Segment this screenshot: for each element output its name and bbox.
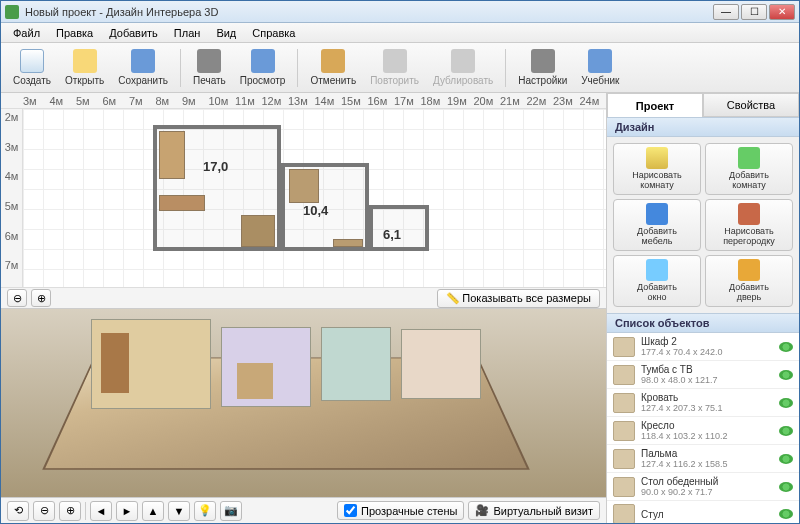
section-objects-header: Список объектов xyxy=(607,313,799,333)
object-thumbnail-icon xyxy=(613,365,635,385)
transparent-walls-toggle[interactable]: Прозрачные стены xyxy=(337,501,464,520)
object-name: Стул xyxy=(641,509,773,520)
tab-properties[interactable]: Свойства xyxy=(703,93,799,117)
toolbar: СоздатьОткрытьСохранитьПечатьПросмотрОтм… xyxy=(1,43,799,93)
maximize-button[interactable]: ☐ xyxy=(741,4,767,20)
object-list-row[interactable]: Пальма127.4 x 116.2 x 158.5 xyxy=(607,445,799,473)
visibility-eye-icon[interactable] xyxy=(779,342,793,352)
object-list-row[interactable]: Кресло118.4 x 103.2 x 110.2 xyxy=(607,417,799,445)
toolbar-label: Открыть xyxy=(65,75,104,86)
tab-project[interactable]: Проект xyxy=(607,93,703,117)
object-info: Стол обеденный90.0 x 90.2 x 71.7 xyxy=(641,476,773,497)
ic-preview-icon xyxy=(251,49,275,73)
object-info: Кровать127.4 x 207.3 x 75.1 xyxy=(641,392,773,413)
visibility-eye-icon[interactable] xyxy=(779,509,793,519)
ic-help-icon xyxy=(588,49,612,73)
minimize-button[interactable]: — xyxy=(713,4,739,20)
ruler-tick: 23м xyxy=(553,95,580,107)
visibility-eye-icon[interactable] xyxy=(779,482,793,492)
object-list-row[interactable]: Кровать127.4 x 207.3 x 75.1 xyxy=(607,389,799,417)
menu-item[interactable]: Вид xyxy=(208,25,244,41)
object-dimensions: 98.0 x 48.0 x 121.7 xyxy=(641,375,773,385)
toolbar-button[interactable]: Просмотр xyxy=(234,47,292,88)
visibility-eye-icon[interactable] xyxy=(779,370,793,380)
menu-item[interactable]: Справка xyxy=(244,25,303,41)
show-sizes-button[interactable]: 📏 Показывать все размеры xyxy=(437,289,600,308)
nav-left-button[interactable]: ◄ xyxy=(90,501,112,521)
ruler-tick: 18м xyxy=(421,95,448,107)
view-3d[interactable] xyxy=(1,309,606,497)
zoom-out-button[interactable]: ⊖ xyxy=(7,289,27,307)
ruler-tick: 7м xyxy=(1,257,22,287)
object-thumbnail-icon xyxy=(613,421,635,441)
design-button-label: Нарисоватьперегородку xyxy=(723,227,775,247)
object-info: Пальма127.4 x 116.2 x 158.5 xyxy=(641,448,773,469)
view3d-toolbar: ⟲ ⊖ ⊕ ◄ ► ▲ ▼ 💡 📷 Прозрачные стены 🎥 Вир… xyxy=(1,497,606,523)
object-name: Стол обеденный xyxy=(641,476,773,487)
toolbar-button[interactable]: Настройки xyxy=(512,47,573,88)
ic-addroom-icon xyxy=(738,147,760,169)
toolbar-button[interactable]: Сохранить xyxy=(112,47,174,88)
zoom-in-button[interactable]: ⊕ xyxy=(31,289,51,307)
toolbar-button[interactable]: Отменить xyxy=(304,47,362,88)
menu-item[interactable]: Правка xyxy=(48,25,101,41)
ruler-tick: 3м xyxy=(1,139,22,169)
ruler-tick: 11м xyxy=(235,95,262,107)
design-button-label: Добавитькомнату xyxy=(729,171,769,191)
ic-print-icon xyxy=(197,49,221,73)
visibility-eye-icon[interactable] xyxy=(779,398,793,408)
object-thumbnail-icon xyxy=(613,449,635,469)
view-angle-button[interactable]: ⟲ xyxy=(7,501,29,521)
visibility-eye-icon[interactable] xyxy=(779,426,793,436)
plan-2d[interactable]: 17,010,46,1 xyxy=(23,109,606,287)
design-action-button[interactable]: Добавитькомнату xyxy=(705,143,793,195)
object-list-row[interactable]: Стул xyxy=(607,501,799,523)
room-area-label: 6,1 xyxy=(383,227,401,242)
design-action-button[interactable]: Добавитьдверь xyxy=(705,255,793,307)
transparent-walls-checkbox[interactable] xyxy=(344,504,357,517)
object-list-row[interactable]: Стол обеденный90.0 x 90.2 x 71.7 xyxy=(607,473,799,501)
object-list-row[interactable]: Тумба с ТВ98.0 x 48.0 x 121.7 xyxy=(607,361,799,389)
design-action-button[interactable]: Добавитьокно xyxy=(613,255,701,307)
ruler-tick: 4м xyxy=(50,95,77,107)
app-window: Новый проект - Дизайн Интерьера 3D — ☐ ✕… xyxy=(0,0,800,524)
ic-undo-icon xyxy=(321,49,345,73)
app-icon xyxy=(5,5,19,19)
toolbar-button[interactable]: Открыть xyxy=(59,47,110,88)
camera-icon: 🎥 xyxy=(475,504,489,517)
toolbar-label: Создать xyxy=(13,75,51,86)
nav-right-button[interactable]: ► xyxy=(116,501,138,521)
content: 3м4м5м6м7м8м9м10м11м12м13м14м15м16м17м18… xyxy=(1,93,799,523)
menu-item[interactable]: Добавить xyxy=(101,25,166,41)
menu-item[interactable]: План xyxy=(166,25,209,41)
zoom-out-3d-button[interactable]: ⊖ xyxy=(33,501,55,521)
object-list-row[interactable]: Шкаф 2177.4 x 70.4 x 242.0 xyxy=(607,333,799,361)
toolbar-button[interactable]: Учебник xyxy=(575,47,625,88)
design-action-button[interactable]: Добавитьмебель xyxy=(613,199,701,251)
ruler-tick: 24м xyxy=(580,95,607,107)
visibility-eye-icon[interactable] xyxy=(779,454,793,464)
virtual-visit-button[interactable]: 🎥 Виртуальный визит xyxy=(468,501,600,520)
room-outline[interactable] xyxy=(153,125,281,251)
room-area-label: 17,0 xyxy=(203,159,228,174)
design-action-button[interactable]: Нарисоватьперегородку xyxy=(705,199,793,251)
toolbar-button[interactable]: Печать xyxy=(187,47,232,88)
toolbar-label: Отменить xyxy=(310,75,356,86)
menu-item[interactable]: Файл xyxy=(5,25,48,41)
object-thumbnail-icon xyxy=(613,337,635,357)
design-action-button[interactable]: Нарисоватькомнату xyxy=(613,143,701,195)
nav-up-button[interactable]: ▲ xyxy=(142,501,164,521)
object-dimensions: 127.4 x 116.2 x 158.5 xyxy=(641,459,773,469)
toolbar-button[interactable]: Создать xyxy=(7,47,57,88)
titlebar: Новый проект - Дизайн Интерьера 3D — ☐ ✕ xyxy=(1,1,799,23)
camera-button[interactable]: 📷 xyxy=(220,501,242,521)
ruler-tick: 3м xyxy=(23,95,50,107)
ruler-tick: 14м xyxy=(315,95,342,107)
nav-down-button[interactable]: ▼ xyxy=(168,501,190,521)
zoom-in-3d-button[interactable]: ⊕ xyxy=(59,501,81,521)
light-button[interactable]: 💡 xyxy=(194,501,216,521)
object-dimensions: 177.4 x 70.4 x 242.0 xyxy=(641,347,773,357)
ruler-tick: 6м xyxy=(103,95,130,107)
close-button[interactable]: ✕ xyxy=(769,4,795,20)
ruler-tick: 13м xyxy=(288,95,315,107)
